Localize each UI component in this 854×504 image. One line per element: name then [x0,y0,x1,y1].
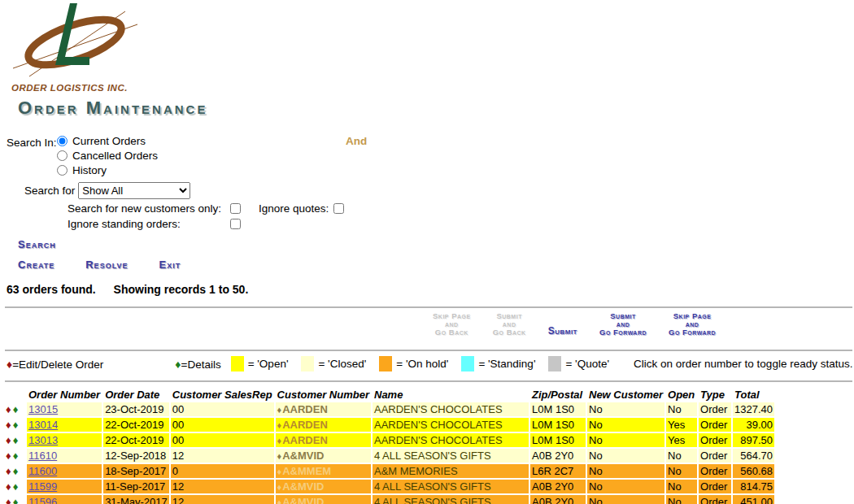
total-cell: 1327.40 [733,402,774,416]
type-cell: Order [699,418,731,432]
radio-cancelled-orders[interactable]: Cancelled Orders [57,150,158,162]
table-row: ♦♦ 13014 22-Oct-2019 00 ♦AARDEN AARDEN'S… [6,418,774,432]
zip-postal-cell: L0M 1S0 [530,418,586,432]
edit-delete-icon[interactable]: ♦ [6,434,11,446]
customer-number-link[interactable]: ♦AARDEN [277,419,328,431]
submit-go-back-button[interactable]: Submit and Go Back [493,312,526,337]
open-cell: No [666,464,697,478]
order-maintenance-page: ORDER LOGISTICS INC. Order Maintenance A… [0,0,854,504]
sales-rep-cell: 12 [171,480,274,493]
closed-color-swatch [301,356,314,371]
sales-rep-cell: 00 [171,433,274,447]
submit-go-forward-button[interactable]: Submit and Go Forward [599,312,647,337]
order-date-cell: 22-Oct-2019 [103,418,169,432]
customer-diamond-icon: ♦ [277,436,282,445]
table-row: ♦♦ 11600 18-Sep-2017 0 ♦A&MMEM A&M MEMOR… [6,464,774,478]
and-connector-label: And [346,135,367,147]
type-cell: Order [699,464,731,478]
customer-diamond-icon: ♦ [277,451,282,461]
type-header: Type [699,389,731,401]
order-number-link[interactable]: 11599 [28,480,57,493]
order-number-link[interactable]: 11596 [28,496,57,504]
orders-table: Order Number Order Date Customer SalesRe… [4,387,776,504]
total-cell: 560.68 [733,464,774,478]
customer-number-link[interactable]: ♦A&MVID [277,450,325,462]
submit-button[interactable]: Submit [548,326,577,337]
legend-note: Click on order number to toggle ready st… [634,358,852,370]
details-icon[interactable]: ♦ [13,480,19,493]
ignore-standing-orders-checkbox[interactable] [230,219,241,229]
order-number-link[interactable]: 11600 [28,465,57,477]
radio-current-orders[interactable]: Current Orders [57,135,158,147]
type-cell: Order [699,495,731,504]
edit-delete-icon[interactable]: ♦ [6,496,11,504]
type-cell: Order [699,480,731,493]
table-row: ♦♦ 11596 31-May-2017 12 ♦A&MVID 4 ALL SE… [6,495,774,504]
table-row: ♦♦ 13013 22-Oct-2019 00 ♦AARDEN AARDEN'S… [6,433,774,447]
search-button[interactable]: Search [18,238,56,250]
search-for-select[interactable]: Show All [78,182,190,199]
zip-postal-header: Zip/Postal [530,389,586,401]
details-icon[interactable]: ♦ [13,419,19,431]
pagination-bar: Skip Page and Go Back Submit and Go Back… [433,312,716,337]
zip-postal-cell: A0B 2Y0 [530,449,586,463]
radio-current-orders-input[interactable] [57,136,68,146]
brand-name: ORDER LOGISTICS INC. [11,83,150,93]
resolve-button[interactable]: Resolve [85,259,128,271]
new-customer-cell: No [587,495,664,504]
order-number-link[interactable]: 13014 [28,419,58,431]
new-customers-only-checkbox[interactable] [230,203,241,214]
customer-diamond-icon: ♦ [277,497,282,504]
ignore-quotes-label: Ignore quotes: [259,202,329,215]
customer-name-cell: AARDEN'S CHOCOLATES [373,402,529,416]
order-number-link[interactable]: 11610 [28,450,57,462]
customer-number-link[interactable]: ♦AARDEN [277,403,328,415]
customer-number-link[interactable]: ♦A&MMEM [277,465,332,477]
new-customer-cell: No [587,433,664,447]
new-customer-cell: No [587,418,664,432]
details-icon[interactable]: ♦ [13,450,19,462]
order-date-cell: 11-Sep-2017 [103,480,169,493]
open-header: Open [666,389,697,401]
skip-page-go-back-button[interactable]: Skip Page and Go Back [433,312,471,337]
customer-number-link[interactable]: ♦A&MVID [277,480,325,493]
radio-history[interactable]: History [57,164,158,176]
edit-delete-icon[interactable]: ♦ [6,403,11,415]
new-customers-only-label: Search for new customers only: [68,202,230,215]
total-cell: 451.00 [733,495,774,504]
open-cell: Yes [666,433,697,447]
customer-number-link[interactable]: ♦A&MVID [277,496,325,504]
edit-delete-icon[interactable]: ♦ [6,450,11,462]
legend-standing: = 'Standing' [461,356,535,371]
details-icon[interactable]: ♦ [13,465,19,477]
customer-number-link[interactable]: ♦AARDEN [277,434,328,446]
open-cell: No [666,495,697,504]
order-date-cell: 31-May-2017 [103,495,169,504]
details-icon[interactable]: ♦ [13,496,19,504]
table-row: ♦♦ 11599 11-Sep-2017 12 ♦A&MVID 4 ALL SE… [6,480,774,493]
details-icon[interactable]: ♦ [13,403,19,415]
open-cell: No [666,402,697,416]
exit-button[interactable]: Exit [159,259,181,271]
create-button[interactable]: Create [18,259,54,271]
edit-delete-icon[interactable]: ♦ [6,465,11,477]
open-cell: No [666,480,697,493]
search-form: And Search In: Current Orders Cancelled … [7,135,576,250]
order-number-link[interactable]: 13013 [28,434,58,446]
type-cell: Order [699,402,731,416]
radio-history-input[interactable] [57,165,68,176]
skip-page-go-forward-button[interactable]: Skip Page and Go Forward [669,312,716,337]
legend: ♦=Edit/Delete Order ♦=Details = 'Open' =… [7,356,852,371]
ignore-quotes-checkbox[interactable] [333,203,344,214]
search-in-radio-group: Current Orders Cancelled Orders History [57,135,158,179]
order-number-link[interactable]: 13015 [28,403,58,415]
zip-postal-cell: A0B 2Y0 [530,480,586,493]
search-for-label: Search for [24,185,75,197]
edit-delete-icon[interactable]: ♦ [6,480,11,493]
total-header: Total [733,389,774,401]
details-icon[interactable]: ♦ [13,434,19,446]
radio-cancelled-orders-input[interactable] [57,150,68,161]
divider [5,350,852,351]
customer-name-cell: 4 ALL SEASON'S GIFTS [373,480,529,493]
edit-delete-icon[interactable]: ♦ [6,419,11,431]
